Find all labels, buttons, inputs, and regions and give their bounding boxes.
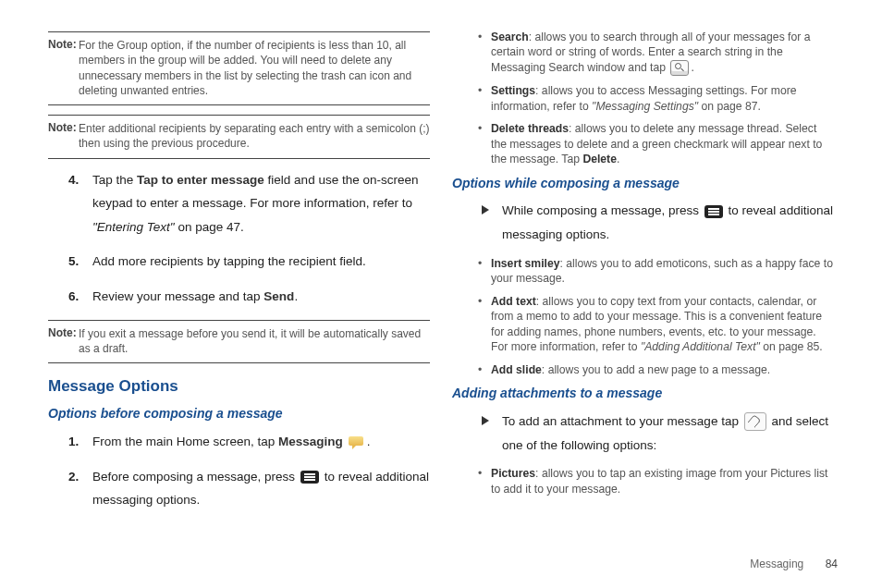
- note-label: Note:: [48, 38, 77, 51]
- text: To add an attachment to your message tap: [502, 414, 742, 428]
- step-number: 5.: [68, 250, 79, 274]
- step-6: 6. Review your message and tap Send.: [74, 285, 430, 309]
- note-label: Note:: [48, 121, 77, 134]
- footer-section: Messaging: [750, 557, 803, 570]
- note-body: If you exit a message before you send it…: [79, 326, 430, 356]
- attach-instruction: To add an attachment to your message tap…: [482, 410, 834, 457]
- heading-message-options: Message Options: [48, 376, 430, 398]
- reference: "Adding Additional Text": [641, 340, 760, 353]
- heading-before-composing: Options before composing a message: [48, 405, 430, 423]
- compose-options-list: Insert smiley: allows you to add emotico…: [478, 256, 834, 377]
- reference: "Entering Text": [92, 220, 175, 234]
- text: : allows you to search through all of yo…: [491, 31, 811, 74]
- text: .: [691, 61, 693, 74]
- option-add-text: Add text: allows you to copy text from y…: [478, 294, 834, 355]
- text: : allows you to tap an existing image fr…: [491, 467, 827, 495]
- right-column: Search: allows you to search through all…: [441, 26, 845, 523]
- step-list: 4. Tap the Tap to enter message field an…: [74, 168, 430, 309]
- text: on page 85.: [760, 340, 823, 353]
- messaging-icon: [349, 436, 365, 449]
- triangle-bullet-icon: [482, 205, 489, 214]
- text: on page 47.: [175, 220, 244, 234]
- left-column: Note: For the Group option, if the numbe…: [37, 26, 441, 523]
- option-pictures: Pictures: allows you to tap an existing …: [478, 466, 834, 496]
- text: .: [294, 289, 298, 303]
- option-settings: Settings: allows you to access Messaging…: [478, 83, 834, 114]
- option-insert-smiley: Insert smiley: allows you to add emotico…: [478, 256, 834, 287]
- text: : allows you to add a new page to a mess…: [542, 363, 770, 376]
- text: Review your message and tap: [92, 289, 263, 303]
- compose-instruction: While composing a message, press to reve…: [482, 199, 834, 246]
- note-label: Note:: [48, 326, 77, 339]
- messaging-label: Messaging: [278, 435, 343, 448]
- page: Note: For the Group option, if the numbe…: [0, 0, 882, 533]
- search-icon: [670, 60, 689, 76]
- note-body: Enter additional recipients by separatin…: [79, 121, 430, 151]
- footer-page-number: 84: [826, 557, 838, 570]
- before-step-1: 1. From the main Home screen, tap Messag…: [74, 430, 430, 454]
- text: Add more recipients by tapping the recip…: [92, 254, 366, 268]
- option-title: Pictures: [491, 467, 535, 480]
- before-list: 1. From the main Home screen, tap Messag…: [74, 430, 430, 512]
- text: From the main Home screen, tap: [92, 435, 278, 448]
- step-number: 1.: [68, 430, 79, 454]
- text: Tap the: [92, 173, 137, 187]
- step-5: 5. Add more recipients by tapping the re…: [74, 250, 430, 274]
- text: While composing a message, press: [502, 203, 703, 217]
- before-step-2: 2. Before composing a message, press to …: [74, 465, 430, 512]
- text: Before composing a message, press: [92, 470, 299, 484]
- option-title: Add slide: [491, 363, 542, 376]
- step-number: 2.: [68, 465, 79, 489]
- option-search: Search: allows you to search through all…: [478, 30, 834, 76]
- step-number: 6.: [68, 285, 79, 309]
- option-title: Add text: [491, 295, 536, 308]
- page-footer: Messaging 84: [750, 557, 838, 571]
- text: .: [367, 435, 371, 448]
- option-add-slide: Add slide: allows you to add a new page …: [478, 362, 834, 377]
- option-title: Settings: [491, 84, 535, 97]
- heading-while-composing: Options while composing a message: [452, 175, 834, 192]
- heading-adding-attachments: Adding attachments to a message: [452, 385, 834, 402]
- note-additional-recipients: Note: Enter additional recipients by sep…: [48, 115, 430, 159]
- text: on page 87.: [698, 100, 761, 113]
- text: [343, 435, 347, 448]
- option-title: Delete threads: [491, 122, 569, 135]
- option-title: Search: [491, 31, 529, 43]
- note-body: For the Group option, if the number of r…: [79, 38, 430, 98]
- menu-icon: [300, 471, 319, 484]
- note-draft: Note: If you exit a message before you s…: [48, 320, 430, 364]
- step-4: 4. Tap the Tap to enter message field an…: [74, 168, 430, 239]
- attachment-icon: [744, 412, 766, 431]
- note-group-option: Note: For the Group option, if the numbe…: [48, 31, 430, 105]
- step-number: 4.: [68, 168, 79, 192]
- option-delete-threads: Delete threads: allows you to delete any…: [478, 121, 834, 166]
- text: .: [617, 153, 619, 165]
- before-options-list: Search: allows you to search through all…: [478, 30, 834, 167]
- field-name: Tap to enter message: [137, 173, 264, 187]
- option-title: Insert smiley: [491, 257, 560, 270]
- triangle-bullet-icon: [482, 416, 489, 425]
- send-label: Send: [263, 289, 294, 303]
- reference: "Messaging Settings": [592, 100, 698, 113]
- delete-label: Delete: [582, 153, 617, 165]
- attach-options-list: Pictures: allows you to tap an existing …: [478, 466, 834, 496]
- menu-icon: [704, 205, 723, 218]
